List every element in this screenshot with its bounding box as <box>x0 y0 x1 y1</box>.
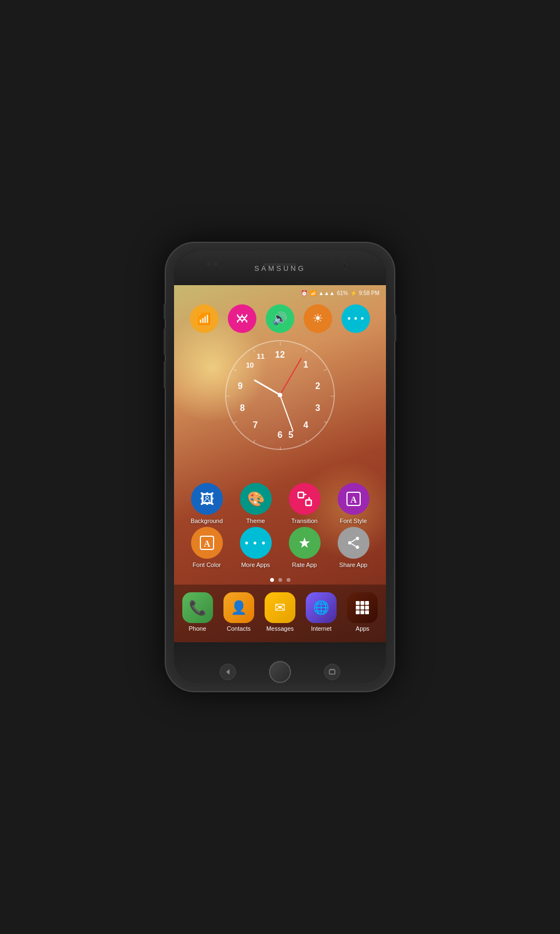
signal-icon: ▲▲▲ <box>318 290 335 296</box>
battery-percent: 61% <box>337 290 348 296</box>
internet-icon-symbol: 🌐 <box>313 600 329 615</box>
back-button[interactable] <box>220 664 236 680</box>
earpiece-speaker <box>264 263 296 266</box>
time-display: 9:58 PM <box>359 290 379 296</box>
contacts-icon-symbol: 👤 <box>231 600 247 615</box>
svg-line-9 <box>351 540 356 542</box>
qs-brightness[interactable]: ☀ <box>304 304 332 333</box>
transition-icon-svg <box>297 491 312 507</box>
clock-3: 3 <box>315 403 320 413</box>
share-icon-svg <box>346 536 361 550</box>
screen: ⏰ 📶 ▲▲▲ 61% ⚡ 9:58 PM 📶 ⯵ <box>174 285 386 642</box>
clock-6: 6 <box>278 430 283 440</box>
more-apps-dots: • • • <box>245 537 266 549</box>
app-transition[interactable]: Transition <box>283 483 327 524</box>
qs-bluetooth[interactable]: ⯵ <box>228 304 256 333</box>
svg-rect-1 <box>306 500 311 505</box>
background-icon-symbol: 🖼 <box>200 491 214 508</box>
app-font-color[interactable]: A Font Color <box>185 527 229 568</box>
clock-11: 11 <box>256 352 264 360</box>
sensor-dot-2 <box>214 262 217 266</box>
second-hand <box>279 358 301 395</box>
internet-dock-icon: 🌐 <box>306 592 337 623</box>
qs-sound[interactable]: 🔊 <box>266 304 294 333</box>
app-rate[interactable]: ★ Rate App <box>283 527 327 568</box>
font-color-label: Font Color <box>193 561 221 568</box>
apps-dock-label: Apps <box>356 625 369 632</box>
theme-label: Theme <box>246 518 265 524</box>
more-apps-icon: • • • <box>240 527 272 559</box>
alarm-icon: ⏰ <box>301 290 307 296</box>
clock-7: 7 <box>253 420 257 430</box>
bottom-bezel <box>174 642 386 683</box>
dot-3[interactable] <box>287 578 290 582</box>
svg-rect-19 <box>365 610 369 614</box>
clock-9: 9 <box>238 381 243 391</box>
clock-center-dot <box>278 393 282 397</box>
qs-more[interactable]: • • • <box>341 304 370 333</box>
svg-rect-16 <box>365 606 369 610</box>
app-font-style[interactable]: A Font Style <box>332 483 376 524</box>
bixby-button[interactable] <box>164 361 166 388</box>
app-grid: 🖼 Background 🎨 Theme <box>174 483 386 571</box>
app-more-apps[interactable]: • • • More Apps <box>234 527 278 568</box>
clock-12: 12 <box>275 350 285 360</box>
apps-dock-icon <box>347 592 378 623</box>
status-icons: ⏰ 📶 ▲▲▲ 61% ⚡ 9:58 PM <box>301 290 379 296</box>
font-style-icon-svg: A <box>345 491 362 507</box>
internet-dock-label: Internet <box>311 625 332 632</box>
recents-button[interactable] <box>324 664 340 680</box>
svg-rect-11 <box>356 601 360 605</box>
dock-apps[interactable]: Apps <box>343 592 382 632</box>
transition-label: Transition <box>292 518 318 524</box>
contacts-dock-label: Contacts <box>227 625 250 632</box>
svg-line-10 <box>351 544 356 547</box>
qs-wifi[interactable]: 📶 <box>190 304 219 333</box>
svg-rect-14 <box>356 606 360 610</box>
svg-rect-0 <box>298 492 304 498</box>
svg-rect-18 <box>361 610 365 614</box>
volume-down-button[interactable] <box>164 328 166 355</box>
phone-icon-symbol: 📞 <box>189 599 206 616</box>
dock-phone[interactable]: 📞 Phone <box>178 592 217 632</box>
rate-icon: ★ <box>289 527 321 559</box>
app-background[interactable]: 🖼 Background <box>185 483 229 524</box>
background-label: Background <box>191 518 223 524</box>
dot-1[interactable] <box>270 578 274 582</box>
clock-widget: 12 1 2 3 4 5 6 7 8 9 10 11 <box>225 340 335 450</box>
home-button[interactable] <box>269 661 291 683</box>
front-camera <box>342 263 348 269</box>
clock-4: 4 <box>304 420 309 430</box>
messages-dock-icon: ✉ <box>265 592 295 623</box>
dock-internet[interactable]: 🌐 Internet <box>302 592 340 632</box>
clock-8: 8 <box>240 403 245 413</box>
transition-icon <box>289 483 321 515</box>
svg-rect-12 <box>361 601 365 605</box>
dock-contacts[interactable]: 👤 Contacts <box>220 592 258 632</box>
sensor-area <box>207 262 217 266</box>
font-style-label: Font Style <box>340 518 367 524</box>
page-dots <box>174 578 386 582</box>
contacts-dock-icon: 👤 <box>223 592 254 623</box>
volume-up-button[interactable] <box>164 303 166 320</box>
phone-dock-icon: 📞 <box>182 592 213 623</box>
svg-text:A: A <box>350 495 357 504</box>
clock-face: 12 1 2 3 4 5 6 7 8 9 10 11 <box>225 340 335 450</box>
theme-icon-symbol: 🎨 <box>247 491 265 508</box>
svg-point-8 <box>356 546 359 549</box>
clock-10: 10 <box>246 361 254 369</box>
app-share[interactable]: Share App <box>332 527 376 568</box>
dock-messages[interactable]: ✉ Messages <box>261 592 299 632</box>
app-theme[interactable]: 🎨 Theme <box>234 483 278 524</box>
svg-point-6 <box>356 537 359 540</box>
svg-text:A: A <box>204 539 210 548</box>
phone-dock-label: Phone <box>189 625 206 632</box>
apps-icon-svg <box>355 600 370 615</box>
svg-rect-13 <box>365 601 369 605</box>
brightness-icon: ☀ <box>312 312 323 326</box>
theme-icon: 🎨 <box>240 483 272 515</box>
top-bezel: SAMSUNG <box>174 251 386 285</box>
power-button[interactable] <box>394 314 396 342</box>
dot-2[interactable] <box>278 578 282 582</box>
svg-marker-20 <box>226 669 229 675</box>
